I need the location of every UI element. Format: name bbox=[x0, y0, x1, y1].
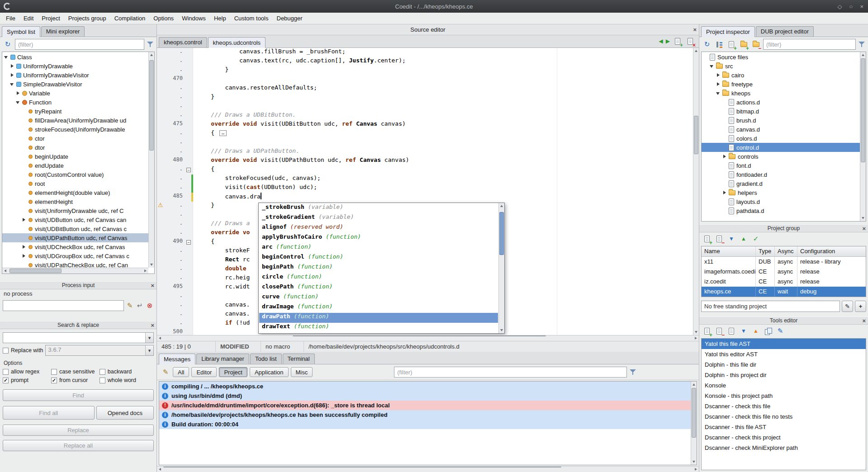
expand-arrow-icon[interactable] bbox=[22, 254, 27, 259]
add-project-icon[interactable]: + bbox=[702, 234, 712, 244]
scroll-right-icon[interactable] bbox=[142, 268, 148, 274]
pen-icon[interactable]: ✎ bbox=[126, 301, 134, 311]
scrollbar-thumb[interactable] bbox=[9, 269, 62, 273]
symbol-item[interactable]: visit(UDBitButton udc, ref Canvas c bbox=[2, 224, 148, 233]
editor-line[interactable]: 470 bbox=[157, 75, 693, 84]
editor-line[interactable]: . /// Draws a UDPathButton. bbox=[157, 147, 693, 156]
refresh-icon[interactable]: ↻ bbox=[3, 39, 13, 49]
clear-messages-icon[interactable]: ✎ bbox=[161, 367, 171, 377]
expand-arrow-icon[interactable] bbox=[716, 82, 721, 87]
completion-item[interactable]: beginPath (function) bbox=[259, 263, 498, 273]
message-row[interactable]: !/usr/include/dmd/druntime/import/core/e… bbox=[159, 401, 691, 410]
scroll-left-icon[interactable] bbox=[157, 467, 163, 472]
send-input-icon[interactable]: ↵ bbox=[136, 301, 144, 311]
symbol-item[interactable]: visit(UDPathButton udc, ref Canvas bbox=[2, 233, 148, 242]
symbol-item[interactable]: tryRepaint bbox=[2, 107, 148, 116]
project-file-item[interactable]: helpers bbox=[702, 188, 860, 197]
tab-project-inspector[interactable]: Project inspector bbox=[701, 26, 755, 37]
scroll-down-icon[interactable] bbox=[693, 329, 699, 335]
async-mode-icon[interactable]: ✓ bbox=[751, 234, 761, 244]
checkbox-case-sensitive[interactable]: case sensitive bbox=[51, 368, 100, 375]
tool-item[interactable]: Konsole bbox=[702, 380, 866, 391]
project-file-item[interactable]: controls bbox=[702, 152, 860, 161]
expand-arrow-icon[interactable] bbox=[716, 73, 721, 78]
project-row[interactable]: imageformats.coeditCEasyncrelease bbox=[702, 267, 866, 277]
project-file-item[interactable]: control.d bbox=[702, 143, 860, 152]
editor-line[interactable]: . bbox=[157, 102, 693, 111]
symbol-filter-input[interactable] bbox=[15, 39, 144, 50]
editor-line[interactable]: . canvas.text(rc, udc.caption[], Justify… bbox=[157, 57, 693, 66]
messages-vertical-scrollbar[interactable] bbox=[691, 382, 697, 465]
remove-folder-icon[interactable]: − bbox=[751, 39, 761, 49]
editor-horizontal-scrollbar[interactable] bbox=[157, 335, 699, 341]
collapse-arrow-icon[interactable] bbox=[16, 100, 21, 105]
scroll-down-icon[interactable] bbox=[691, 459, 697, 465]
symbol-item[interactable]: fillDrawArea(UniformlyDrawable ud bbox=[2, 116, 148, 125]
completion-item[interactable]: closePath (function) bbox=[259, 283, 498, 293]
editor-line[interactable]: 475 override void visit(UDBitButton udc,… bbox=[157, 120, 693, 129]
doc-tab-kheops-control[interactable]: kheops.control bbox=[159, 37, 207, 47]
checkbox-whole-word[interactable]: whole word bbox=[100, 377, 148, 383]
expand-arrow-icon[interactable] bbox=[722, 190, 727, 195]
filter-editor-button[interactable]: Editor bbox=[191, 367, 217, 377]
column-header-configuration[interactable]: Configuration bbox=[797, 246, 866, 256]
editor-line[interactable]: . canvas.fillBrush = _brushFont; bbox=[157, 48, 693, 57]
tab-todo-list[interactable]: Todo list bbox=[250, 354, 282, 364]
scrollbar-thumb[interactable] bbox=[163, 467, 561, 467]
project-file-item[interactable]: Source files bbox=[702, 52, 860, 61]
project-row[interactable]: kheops.ceCEwaitdebug bbox=[702, 287, 866, 297]
close-icon[interactable]: × bbox=[862, 225, 866, 232]
project-file-item[interactable]: bitmap.d bbox=[702, 107, 860, 116]
menu-projects-group[interactable]: Projects group bbox=[64, 13, 110, 24]
editor-line[interactable]: . visit(cast(UDButton) udc); bbox=[157, 184, 693, 193]
editor-line[interactable]: 480 override void visit(UDPathButton udc… bbox=[157, 156, 693, 165]
completion-item[interactable]: _strokeBrush (variable) bbox=[259, 203, 498, 213]
project-file-item[interactable]: canvas.d bbox=[702, 125, 860, 134]
project-file-item[interactable]: font.d bbox=[702, 161, 860, 170]
filter-funnel-icon[interactable] bbox=[629, 368, 636, 376]
expand-arrow-icon[interactable] bbox=[16, 91, 21, 96]
symbol-item[interactable]: visit(UniformlyDrawable udc, ref C bbox=[2, 206, 148, 215]
completion-item[interactable]: arc (function) bbox=[259, 243, 498, 253]
project-filter-input[interactable] bbox=[763, 39, 856, 50]
move-tool-up-icon[interactable]: ▲ bbox=[751, 326, 761, 336]
scroll-down-icon[interactable] bbox=[499, 327, 505, 333]
project-file-item[interactable]: brush.d bbox=[702, 116, 860, 125]
project-file-item[interactable]: fontloader.d bbox=[702, 170, 860, 179]
project-file-item[interactable]: pathdata.d bbox=[702, 206, 860, 215]
scrollbar-thumb[interactable] bbox=[149, 60, 154, 151]
tool-item[interactable]: Yatol this editor AST bbox=[702, 349, 866, 359]
editor-line[interactable]: .− { bbox=[157, 165, 693, 175]
project-file-item[interactable]: actions.d bbox=[702, 98, 860, 107]
symbol-item[interactable]: elementHeight(double value) bbox=[2, 188, 148, 197]
scrollbar-thumb[interactable] bbox=[293, 335, 546, 336]
vertical-scrollbar[interactable] bbox=[860, 52, 866, 221]
window-maximize-button[interactable]: ○ bbox=[849, 3, 853, 10]
project-file-item[interactable]: layouts.d bbox=[702, 197, 860, 206]
scroll-up-icon[interactable] bbox=[860, 52, 866, 58]
scroll-up-icon[interactable] bbox=[691, 382, 697, 387]
checkbox-allow-regex[interactable]: allow regex bbox=[3, 368, 51, 375]
message-row[interactable]: icompiling / ... /kheops/kheops.ce bbox=[159, 382, 691, 391]
scroll-up-icon[interactable] bbox=[693, 48, 699, 54]
symbol-item[interactable]: elementHeight bbox=[2, 197, 148, 206]
close-document-icon[interactable]: × bbox=[685, 36, 695, 46]
editor-line[interactable]: . bbox=[157, 138, 693, 147]
add-tool-icon[interactable]: + bbox=[702, 326, 712, 336]
tab-terminal[interactable]: Terminal bbox=[283, 354, 315, 364]
tab-mini-explorer[interactable]: Mini explorer bbox=[41, 26, 85, 37]
editor-line[interactable]: . canvas.restoreAllDefaults; bbox=[157, 84, 693, 93]
symbol-item[interactable]: visit(UDGroupBox udc, ref Canvas c bbox=[2, 251, 148, 260]
project-file-item[interactable]: cairo bbox=[702, 71, 860, 80]
horizontal-scrollbar[interactable] bbox=[2, 268, 148, 274]
tool-item[interactable]: Dscanner - check this project bbox=[702, 432, 866, 443]
editor-line[interactable]: 485 canvas.dra bbox=[157, 193, 693, 202]
symbol-item[interactable]: strokeFocused(UniformlyDrawable bbox=[2, 125, 148, 134]
scroll-left-icon[interactable] bbox=[2, 268, 8, 274]
scrollbar-thumb[interactable] bbox=[861, 58, 865, 162]
symbol-item[interactable]: beginUpdate bbox=[2, 152, 148, 161]
scrollbar-thumb[interactable] bbox=[499, 212, 504, 255]
search-term-combo[interactable]: ▾ bbox=[3, 332, 154, 343]
project-row[interactable]: iz.coeditCEasyncrelease bbox=[702, 277, 866, 287]
completion-item[interactable]: curve (function) bbox=[259, 293, 498, 303]
